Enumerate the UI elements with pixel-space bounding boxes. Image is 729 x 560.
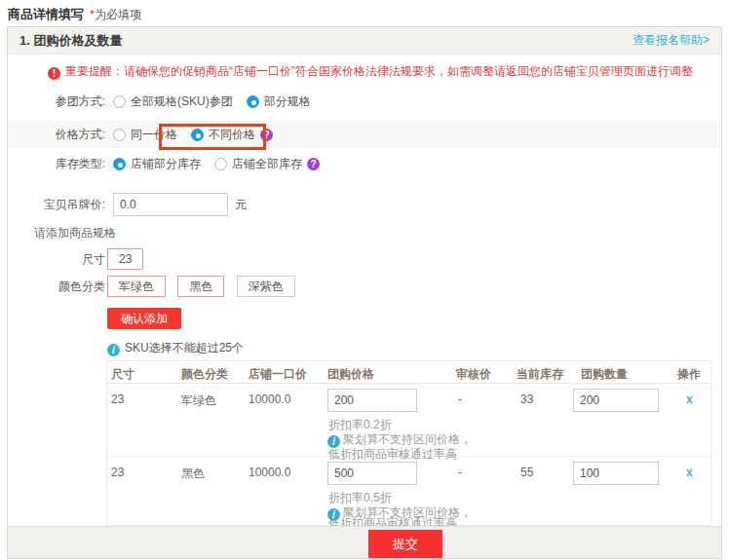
color-chip-black[interactable]: 黑色: [177, 276, 224, 297]
radio-partial-stock[interactable]: [113, 158, 126, 170]
header-audit-price: 审核价: [456, 366, 491, 383]
table-row: 23 黑色 10000.0 折扣率0.5折 i聚划算不支持区间价格， 低折扣商品…: [107, 457, 710, 526]
sku-table: 尺寸 颜色分类 店铺一口价 团购价格 审核价 当前库存 团购数量 操作 23 军…: [106, 360, 711, 526]
stock-type-label: 库存类型:: [8, 150, 105, 177]
remove-row-button[interactable]: x: [686, 392, 693, 406]
radio-all-sku[interactable]: [113, 95, 126, 108]
required-note: 为必填项: [95, 8, 141, 21]
cell-stock: 55: [520, 466, 533, 479]
cell-stock: 33: [520, 392, 533, 406]
radio-different-price[interactable]: [191, 129, 204, 141]
header-actions: 操作: [677, 366, 701, 383]
tag-price-unit: 元: [235, 191, 247, 218]
page-title: 商品详情填写*为必填项: [8, 6, 141, 23]
color-label: 颜色分类: [8, 276, 105, 297]
option-partial-sku-label[interactable]: 部分规格: [264, 88, 311, 115]
size-label: 尺寸: [8, 248, 105, 270]
panel-header: 1. 团购价格及数量 查看报名帮助>: [8, 27, 721, 55]
price-tip-text1: 聚划算不支持区间价格，: [343, 432, 472, 446]
form-row-price-mode: 价格方式: 同一价格 不同价格 ?: [8, 121, 721, 148]
tag-price-input[interactable]: [113, 193, 228, 216]
cell-size: 23: [111, 466, 124, 479]
option-partial-stock-label[interactable]: 店铺部分库存: [131, 150, 201, 177]
header-size: 尺寸: [111, 366, 134, 383]
join-mode-label: 参团方式:: [8, 88, 105, 115]
group-quantity-input[interactable]: [573, 389, 659, 412]
header-group-quantity: 团购数量: [581, 366, 628, 383]
header-shop-price: 店铺一口价: [249, 366, 307, 383]
spec-heading: 请添加商品规格: [34, 226, 116, 240]
header-current-stock: 当前库存: [517, 366, 563, 383]
table-row: 23 军绿色 10000.0 折扣率0.2折 i聚划算不支持区间价格， 低折扣商…: [107, 384, 710, 457]
table-header-row: 尺寸 颜色分类 店铺一口价 团购价格 审核价 当前库存 团购数量 操作: [107, 361, 710, 384]
remove-row-button[interactable]: x: [686, 466, 693, 479]
info-icon: i: [107, 344, 120, 356]
form-row-size: 尺寸 23: [8, 248, 721, 270]
stock-type-help-icon[interactable]: ?: [307, 158, 320, 170]
signup-help-link[interactable]: 查看报名帮助>: [633, 32, 710, 49]
form-row-color: 颜色分类 军绿色 黑色 深紫色: [8, 276, 721, 297]
radio-all-stock[interactable]: [214, 158, 227, 170]
form-row-stock-type: 库存类型: 店铺部分库存 店铺全部库存 ?: [8, 150, 721, 177]
cell-color: 黑色: [181, 466, 205, 482]
option-all-stock-label[interactable]: 店铺全部库存: [232, 150, 302, 177]
submit-button[interactable]: 提交: [368, 530, 442, 558]
panel-footer: 提交: [8, 526, 721, 558]
form-row-join-mode: 参团方式: 全部规格(SKU)参团 部分规格: [8, 88, 721, 115]
warning-icon: !: [48, 67, 60, 80]
header-group-price: 团购价格: [327, 366, 374, 383]
color-chip-army-green[interactable]: 军绿色: [107, 276, 166, 297]
radio-same-price[interactable]: [113, 129, 126, 141]
radio-partial-sku[interactable]: [247, 95, 259, 108]
important-warning: !重要提醒：请确保您的促销商品“店铺一口价”符合国家价格法律法规要求，如需调整请…: [48, 63, 693, 80]
option-different-price-label[interactable]: 不同价格: [209, 121, 255, 148]
cell-shop-price: 10000.0: [249, 466, 290, 479]
price-mode-help-icon[interactable]: ?: [260, 129, 273, 141]
group-price-input[interactable]: [327, 389, 417, 412]
group-price-input[interactable]: [327, 462, 417, 485]
option-all-sku-label[interactable]: 全部规格(SKU)参团: [131, 88, 233, 115]
page-title-text: 商品详情填写: [8, 7, 84, 21]
cell-audit-price: -: [458, 466, 462, 479]
sku-limit-note: iSKU选择不能超过25个: [107, 341, 244, 355]
tag-price-label: 宝贝吊牌价:: [8, 191, 105, 218]
group-price-panel: 1. 团购价格及数量 查看报名帮助> !重要提醒：请确保您的促销商品“店铺一口价…: [7, 26, 722, 559]
cell-audit-price: -: [458, 392, 462, 406]
size-chip-23[interactable]: 23: [107, 248, 143, 270]
confirm-add-button[interactable]: 确认添加: [107, 308, 181, 329]
group-quantity-input[interactable]: [573, 462, 659, 485]
option-same-price-label[interactable]: 同一价格: [131, 121, 177, 148]
cell-shop-price: 10000.0: [249, 392, 290, 406]
sku-limit-text: SKU选择不能超过25个: [125, 341, 244, 355]
cell-size: 23: [111, 392, 124, 406]
form-row-tag-price: 宝贝吊牌价: 元: [8, 191, 721, 218]
header-color: 颜色分类: [181, 366, 228, 383]
warning-text: 重要提醒：请确保您的促销商品“店铺一口价”符合国家价格法律法规要求，如需调整请返…: [65, 64, 693, 78]
color-chip-dark-purple[interactable]: 深紫色: [237, 276, 295, 297]
price-mode-label: 价格方式:: [8, 121, 105, 148]
section-heading: 1. 团购价格及数量: [19, 32, 122, 50]
cell-color: 军绿色: [181, 392, 216, 409]
